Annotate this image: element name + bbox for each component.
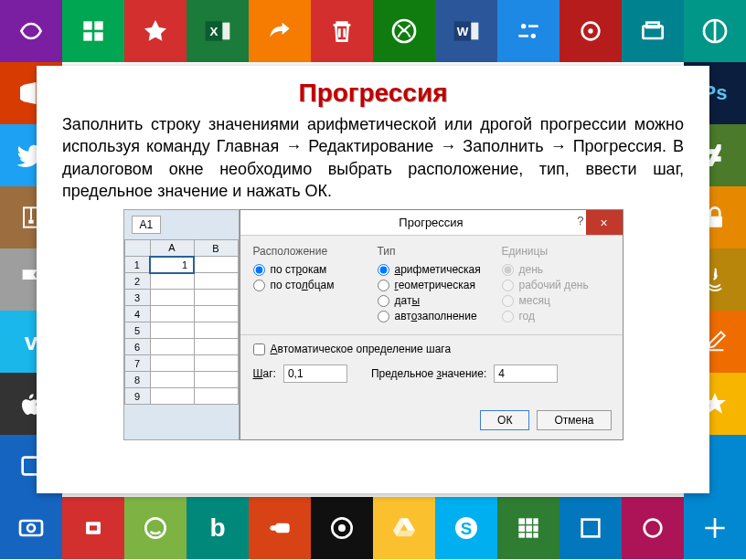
tile-icon <box>560 497 622 559</box>
step-input[interactable] <box>283 365 347 383</box>
tile-icon <box>311 497 373 559</box>
radio-month: месяц <box>502 294 610 307</box>
radio-arithmetic[interactable]: арифметическая <box>378 263 485 276</box>
svg-rect-41 <box>533 533 538 537</box>
svg-rect-35 <box>533 518 538 524</box>
radio-workday: рабочий день <box>502 279 610 291</box>
close-button[interactable]: × <box>586 210 623 235</box>
row-header[interactable]: 6 <box>124 339 150 355</box>
cell[interactable] <box>194 322 238 339</box>
svg-rect-0 <box>83 21 91 29</box>
svg-point-11 <box>521 24 526 28</box>
svg-rect-34 <box>526 518 532 524</box>
row-header[interactable]: 3 <box>124 290 150 306</box>
cell[interactable] <box>150 388 194 405</box>
svg-point-13 <box>531 34 536 38</box>
share-icon <box>249 0 311 62</box>
cell[interactable] <box>194 290 238 306</box>
cell[interactable] <box>150 372 194 388</box>
excel-icon: X <box>186 0 249 62</box>
svg-rect-37 <box>526 525 532 532</box>
ok-button[interactable]: ОК <box>480 410 529 430</box>
radio-rows[interactable]: по строкам <box>253 263 361 276</box>
svg-text:W: W <box>457 25 469 38</box>
cell[interactable] <box>150 322 194 339</box>
row-header[interactable]: 7 <box>124 355 150 372</box>
svg-point-43 <box>645 520 662 537</box>
radio-autofill[interactable]: автозаполнение <box>378 310 485 322</box>
radio-cols[interactable]: по столбцам <box>253 279 361 291</box>
cell[interactable] <box>194 372 238 388</box>
row-header[interactable]: 1 <box>124 257 150 273</box>
name-box[interactable]: A1 <box>132 216 162 234</box>
type-group: Тип арифметическая геометрическая даты а… <box>378 245 485 325</box>
svg-rect-21 <box>28 220 33 224</box>
cell[interactable] <box>194 273 238 290</box>
help-button[interactable]: ? <box>577 214 583 227</box>
svg-rect-10 <box>471 23 478 40</box>
cell[interactable] <box>150 355 194 372</box>
grid-icon <box>497 497 560 559</box>
svg-rect-42 <box>582 520 600 537</box>
drive-icon <box>373 497 435 559</box>
limit-input[interactable] <box>494 365 558 383</box>
dialog-titlebar: Прогрессия ? × <box>240 210 623 236</box>
xbox-icon <box>373 0 435 62</box>
svg-rect-1 <box>94 21 102 29</box>
tile-icon <box>622 0 684 62</box>
cell[interactable] <box>150 339 194 355</box>
svg-rect-18 <box>646 23 658 27</box>
tile-icon <box>560 0 622 62</box>
radio-day: день <box>502 263 610 276</box>
tile-icon <box>684 497 746 559</box>
tile-icon <box>684 0 746 62</box>
demo-area: A1 AB 11 2 3 4 5 6 7 8 9 Прогрессия ? × <box>62 209 684 440</box>
row-header[interactable]: 9 <box>124 388 150 405</box>
settings-icon <box>497 0 560 62</box>
limit-label: Предельное значение: <box>371 367 486 380</box>
cell[interactable] <box>194 306 238 322</box>
row-header[interactable]: 8 <box>124 372 150 388</box>
tile-icon <box>249 497 311 559</box>
auto-step-checkbox[interactable]: Автоматическое определение шага <box>253 343 610 355</box>
cancel-button[interactable]: Отмена <box>537 410 611 430</box>
svg-point-16 <box>588 28 592 33</box>
col-header[interactable]: A <box>150 240 194 257</box>
svg-point-25 <box>27 524 35 532</box>
tile-icon <box>0 0 62 62</box>
row-header[interactable]: 4 <box>124 306 150 322</box>
cell[interactable] <box>194 339 238 355</box>
dialog-title-text: Прогрессия <box>399 216 463 229</box>
row-header[interactable]: 5 <box>124 322 150 339</box>
svg-rect-40 <box>526 533 532 537</box>
tile-icon <box>62 497 124 559</box>
cell[interactable] <box>194 388 238 405</box>
cell[interactable] <box>150 290 194 306</box>
svg-text:X: X <box>210 25 218 38</box>
radio-dates[interactable]: даты <box>378 294 485 307</box>
radio-geometric[interactable]: геометрическая <box>378 279 485 291</box>
tile-icon <box>622 497 684 559</box>
cell[interactable] <box>194 257 238 273</box>
trash-icon <box>311 0 373 62</box>
svg-rect-2 <box>83 32 91 40</box>
excel-spreadsheet: A1 AB 11 2 3 4 5 6 7 8 9 <box>123 209 240 440</box>
row-header[interactable]: 2 <box>124 273 150 290</box>
cell-a1[interactable]: 1 <box>150 257 194 273</box>
slide-title: Прогрессия <box>62 79 684 108</box>
progression-dialog: Прогрессия ? × Расположение по строкам п… <box>240 209 623 440</box>
col-header[interactable]: B <box>194 240 238 257</box>
radio-year: год <box>502 310 610 322</box>
slide-body-text: Заполнить строку значениями арифметическ… <box>62 113 684 202</box>
cell[interactable] <box>150 306 194 322</box>
tile-icon <box>124 0 186 62</box>
step-label: Шаг: <box>253 367 276 380</box>
tile-icon: b <box>186 497 249 559</box>
units-group: Единицы день рабочий день месяц год <box>502 245 610 325</box>
svg-rect-6 <box>222 23 229 40</box>
group-label: Единицы <box>502 245 610 258</box>
location-group: Расположение по строкам по столбцам <box>253 245 361 325</box>
svg-rect-38 <box>533 525 538 532</box>
cell[interactable] <box>194 355 238 372</box>
cell[interactable] <box>150 273 194 290</box>
